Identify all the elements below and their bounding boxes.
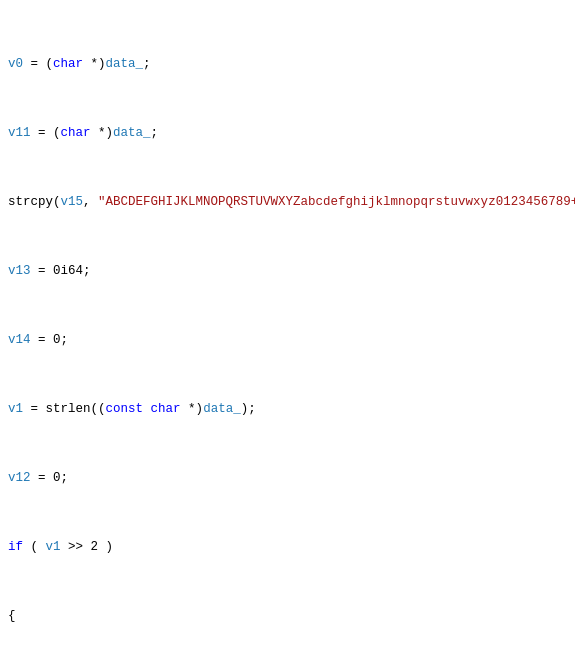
code-line-9: { — [0, 608, 575, 625]
code-line-2: v11 = (char *)data_; — [0, 125, 575, 142]
code-line-5: v14 = 0; — [0, 332, 575, 349]
code-block: v0 = (char *)data_; v11 = (char *)data_;… — [0, 0, 575, 662]
code-line-8: if ( v1 >> 2 ) — [0, 539, 575, 556]
code-line-3: strcpy(v15, "ABCDEFGHIJKLMNOPQRSTUVWXYZa… — [0, 194, 575, 211]
code-line-7: v12 = 0; — [0, 470, 575, 487]
code-line-4: v13 = 0i64; — [0, 263, 575, 280]
code-line-1: v0 = (char *)data_; — [0, 56, 575, 73]
code-line-6: v1 = strlen((const char *)data_); — [0, 401, 575, 418]
